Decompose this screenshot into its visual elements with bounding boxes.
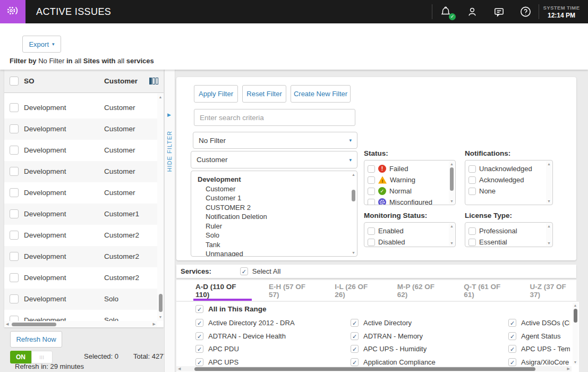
- filter-dropdown[interactable]: No Filter ▾: [193, 132, 357, 149]
- site-item[interactable]: Customer: [198, 184, 347, 194]
- create-new-filter-button[interactable]: Create New Filter: [291, 85, 351, 103]
- site-parent[interactable]: Development: [198, 175, 347, 184]
- scroll-down-icon[interactable]: ▼: [449, 241, 455, 245]
- service-item[interactable]: Active DSOs (Cisc: [508, 319, 570, 327]
- column-header-customer[interactable]: Customer: [104, 77, 138, 85]
- service-item[interactable]: Active Directory: [351, 319, 412, 327]
- row-checkbox[interactable]: [10, 209, 19, 218]
- export-button[interactable]: Export ▾: [22, 36, 61, 53]
- table-row[interactable]: DevelopmentCustomer: [4, 97, 157, 119]
- scrollbar-thumb[interactable]: [574, 309, 577, 323]
- site-item[interactable]: Customer 1: [198, 193, 347, 203]
- scrollbar-thumb[interactable]: [194, 367, 535, 371]
- scrollbar-thumb[interactable]: [352, 190, 355, 201]
- user-icon[interactable]: [459, 5, 485, 18]
- scroll-up-icon[interactable]: ▲: [351, 173, 356, 176]
- service-item[interactable]: APC UPS: [195, 358, 238, 366]
- service-item[interactable]: Asigra/XiloCore: [508, 358, 570, 366]
- row-checkbox[interactable]: [10, 124, 19, 133]
- scroll-down-icon[interactable]: ▼: [157, 315, 164, 319]
- row-checkbox[interactable]: [10, 316, 19, 321]
- row-checkbox[interactable]: [10, 103, 19, 112]
- tab-e-h[interactable]: E-H (57 OF 57): [269, 280, 316, 301]
- monitoring-option[interactable]: Enabled: [368, 225, 447, 236]
- site-item[interactable]: Ruler: [198, 222, 347, 231]
- service-checkbox[interactable]: [351, 345, 359, 353]
- table-row[interactable]: DevelopmentCustomer: [4, 161, 157, 182]
- table-row[interactable]: DevelopmentCustomer: [4, 119, 157, 140]
- scrollbar-thumb[interactable]: [12, 323, 56, 326]
- services-vertical-scrollbar[interactable]: ▲ ▼: [573, 303, 578, 365]
- table-row[interactable]: DevelopmentCustomer: [4, 140, 157, 161]
- table-row[interactable]: DevelopmentCustomer2: [4, 225, 157, 246]
- scroll-up-icon[interactable]: ▲: [449, 224, 455, 228]
- auto-refresh-toggle[interactable]: ON |||: [10, 351, 53, 363]
- help-icon[interactable]: [512, 5, 539, 18]
- scroll-up-icon[interactable]: ▲: [546, 224, 552, 228]
- monitoring-option[interactable]: Disabled: [368, 236, 447, 247]
- scroll-up-icon[interactable]: ▲: [573, 303, 578, 307]
- service-item[interactable]: ADTRAN - Device Health: [195, 332, 286, 340]
- tab-q-t[interactable]: Q-T (61 OF 61): [464, 280, 510, 301]
- service-checkbox[interactable]: [508, 345, 516, 353]
- column-settings-icon[interactable]: [149, 78, 158, 84]
- notifications-bell-icon[interactable]: ✓: [432, 5, 459, 18]
- row-checkbox[interactable]: [10, 188, 19, 197]
- select-all-services-checkbox[interactable]: [240, 267, 248, 275]
- table-row[interactable]: DevelopmentSolo: [4, 289, 157, 310]
- status-checkbox[interactable]: [368, 199, 375, 206]
- app-logo[interactable]: [0, 0, 25, 23]
- status-option[interactable]: Misconfigured: [368, 197, 447, 205]
- service-item[interactable]: Application Compliance: [351, 358, 436, 366]
- service-item[interactable]: APC UPS - Tempe: [508, 345, 570, 353]
- table-row[interactable]: DevelopmentCustomer2: [4, 267, 157, 289]
- monitoring-scrollbar[interactable]: ▲ ▼: [449, 223, 455, 246]
- scroll-down-icon[interactable]: ▼: [449, 199, 455, 203]
- services-horizontal-scrollbar[interactable]: ◀ ▶: [176, 366, 572, 371]
- table-row[interactable]: DevelopmentCustomer2: [4, 246, 157, 267]
- tab-m-p[interactable]: M-P (62 OF 62): [397, 280, 445, 301]
- row-checkbox[interactable]: [10, 231, 19, 240]
- site-item[interactable]: Tank: [198, 240, 347, 250]
- apply-filter-button[interactable]: Apply Filter: [194, 85, 238, 103]
- service-item[interactable]: Agent Status: [508, 332, 570, 340]
- refresh-now-button[interactable]: Refresh Now: [10, 331, 62, 348]
- table-row[interactable]: DevelopmentCustomer: [4, 182, 157, 204]
- site-item[interactable]: Unmanaged: [198, 249, 347, 257]
- service-checkbox[interactable]: [508, 358, 516, 366]
- scroll-left-icon[interactable]: ◀: [178, 366, 181, 371]
- notification-option[interactable]: Unacknowledged: [468, 163, 544, 174]
- status-scrollbar[interactable]: ▲ ▼: [449, 161, 455, 204]
- site-item[interactable]: CUSTOMER 2: [198, 203, 347, 213]
- notification-option[interactable]: None: [468, 185, 544, 197]
- service-checkbox[interactable]: [351, 319, 359, 327]
- scroll-down-icon[interactable]: ▼: [573, 360, 578, 364]
- service-checkbox[interactable]: [351, 332, 359, 340]
- notifications-scrollbar[interactable]: ▲ ▼: [546, 161, 552, 204]
- service-checkbox[interactable]: [351, 358, 359, 366]
- row-checkbox[interactable]: [10, 273, 19, 282]
- license-option[interactable]: Professional: [468, 225, 544, 236]
- service-item[interactable]: ADTRAN - Memory: [351, 332, 423, 340]
- license-checkbox[interactable]: [468, 239, 476, 246]
- scroll-right-icon[interactable]: ▶: [153, 321, 156, 327]
- notification-checkbox[interactable]: [468, 176, 476, 184]
- table-row[interactable]: DevelopmentCustomer1: [4, 204, 157, 225]
- status-option[interactable]: Failed: [368, 163, 447, 174]
- monitoring-checkbox[interactable]: [368, 227, 375, 235]
- scroll-down-icon[interactable]: ▼: [546, 199, 552, 203]
- row-checkbox[interactable]: [10, 167, 19, 176]
- service-checkbox[interactable]: [195, 332, 203, 340]
- scrollbar-thumb[interactable]: [159, 294, 163, 312]
- scope-dropdown[interactable]: Customer ▾: [191, 151, 357, 168]
- chat-icon[interactable]: [485, 5, 512, 18]
- site-list-scrollbar[interactable]: ▲ ▼: [351, 172, 356, 256]
- row-checkbox[interactable]: [10, 252, 19, 261]
- toggle-on-label[interactable]: ON: [10, 351, 31, 363]
- service-checkbox[interactable]: [195, 345, 203, 353]
- notification-option[interactable]: Acknowledged: [468, 174, 544, 185]
- tab-a-d[interactable]: A-D (110 OF 110): [195, 280, 250, 301]
- column-header-so[interactable]: SO: [24, 77, 35, 85]
- monitoring-checkbox[interactable]: [368, 239, 375, 246]
- row-checkbox[interactable]: [10, 294, 19, 303]
